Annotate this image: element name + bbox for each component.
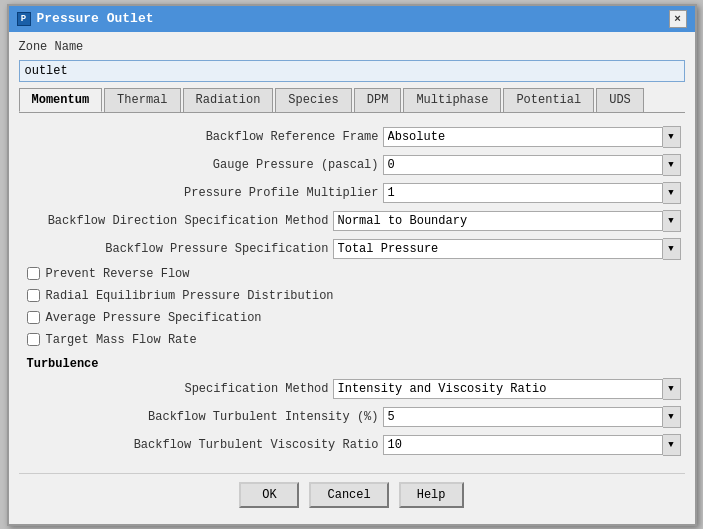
footer: OK Cancel Help [19, 473, 685, 516]
radial-equilibrium-row: Radial Equilibrium Pressure Distribution [19, 287, 685, 305]
tab-dpm[interactable]: DPM [354, 88, 402, 112]
ok-button[interactable]: OK [239, 482, 299, 508]
turbulent-intensity-label: Backflow Turbulent Intensity (%) [148, 410, 378, 424]
pressure-profile-input[interactable] [383, 183, 663, 203]
spec-method-dropdown[interactable]: ▼ [663, 378, 681, 400]
tab-species[interactable]: Species [275, 88, 351, 112]
backflow-ref-frame-input-wrap: ▼ [383, 126, 681, 148]
tab-radiation[interactable]: Radiation [183, 88, 274, 112]
backflow-pressure-dropdown[interactable]: ▼ [663, 238, 681, 260]
gauge-pressure-row: Gauge Pressure (pascal) ▼ [19, 153, 685, 177]
average-pressure-row: Average Pressure Specification [19, 309, 685, 327]
backflow-ref-frame-input[interactable] [383, 127, 663, 147]
pressure-profile-dropdown[interactable]: ▼ [663, 182, 681, 204]
turbulent-intensity-dropdown[interactable]: ▼ [663, 406, 681, 428]
backflow-dir-dropdown[interactable]: ▼ [663, 210, 681, 232]
turbulent-intensity-input-wrap: ▼ [383, 406, 681, 428]
title-bar: P Pressure Outlet × [9, 6, 695, 32]
target-mass-flow-label: Target Mass Flow Rate [46, 333, 197, 347]
prevent-reverse-flow-checkbox[interactable] [27, 267, 40, 280]
gauge-pressure-input[interactable] [383, 155, 663, 175]
prevent-reverse-flow-row: Prevent Reverse Flow [19, 265, 685, 283]
viscosity-ratio-input-wrap: ▼ [383, 434, 681, 456]
backflow-pressure-label: Backflow Pressure Specification [23, 242, 333, 256]
radial-equilibrium-label: Radial Equilibrium Pressure Distribution [46, 289, 334, 303]
tab-multiphase[interactable]: Multiphase [403, 88, 501, 112]
backflow-dir-row: Backflow Direction Specification Method … [19, 209, 685, 233]
content-area: Backflow Reference Frame ▼ Gauge Pressur… [19, 119, 685, 463]
turbulence-section-header: Turbulence [19, 353, 685, 373]
backflow-ref-frame-row: Backflow Reference Frame ▼ [19, 125, 685, 149]
backflow-pressure-input[interactable] [333, 239, 663, 259]
pressure-profile-label: Pressure Profile Multiplier [184, 186, 378, 200]
gauge-pressure-label: Gauge Pressure (pascal) [213, 158, 379, 172]
spec-method-input[interactable] [333, 379, 663, 399]
prevent-reverse-flow-label: Prevent Reverse Flow [46, 267, 190, 281]
viscosity-ratio-input[interactable] [383, 435, 663, 455]
average-pressure-checkbox[interactable] [27, 311, 40, 324]
radial-equilibrium-checkbox[interactable] [27, 289, 40, 302]
backflow-pressure-row: Backflow Pressure Specification ▼ [19, 237, 685, 261]
average-pressure-label: Average Pressure Specification [46, 311, 262, 325]
viscosity-ratio-row: Backflow Turbulent Viscosity Ratio ▼ [19, 433, 685, 457]
cancel-button[interactable]: Cancel [309, 482, 388, 508]
close-button[interactable]: × [669, 10, 687, 28]
spec-method-label: Specification Method [23, 382, 333, 396]
turbulent-intensity-input[interactable] [383, 407, 663, 427]
gauge-pressure-input-wrap: ▼ [383, 154, 681, 176]
viscosity-ratio-dropdown[interactable]: ▼ [663, 434, 681, 456]
target-mass-flow-checkbox[interactable] [27, 333, 40, 346]
target-mass-flow-row: Target Mass Flow Rate [19, 331, 685, 349]
gauge-pressure-dropdown[interactable]: ▼ [663, 154, 681, 176]
title-bar-left: P Pressure Outlet [17, 11, 154, 26]
pressure-profile-row: Pressure Profile Multiplier ▼ [19, 181, 685, 205]
backflow-dir-input[interactable] [333, 211, 663, 231]
tab-momentum[interactable]: Momentum [19, 88, 103, 112]
tab-potential[interactable]: Potential [503, 88, 594, 112]
backflow-ref-frame-dropdown[interactable]: ▼ [663, 126, 681, 148]
zone-name-input[interactable] [19, 60, 685, 82]
viscosity-ratio-label: Backflow Turbulent Viscosity Ratio [134, 438, 379, 452]
turbulent-intensity-row: Backflow Turbulent Intensity (%) ▼ [19, 405, 685, 429]
backflow-dir-label: Backflow Direction Specification Method [23, 214, 333, 228]
help-button[interactable]: Help [399, 482, 464, 508]
tab-uds[interactable]: UDS [596, 88, 644, 112]
dialog-icon: P [17, 12, 31, 26]
spec-method-row: Specification Method ▼ [19, 377, 685, 401]
pressure-profile-input-wrap: ▼ [383, 182, 681, 204]
pressure-outlet-dialog: P Pressure Outlet × Zone Name Momentum T… [7, 4, 697, 526]
dialog-title: Pressure Outlet [37, 11, 154, 26]
tab-thermal[interactable]: Thermal [104, 88, 180, 112]
dialog-body: Zone Name Momentum Thermal Radiation Spe… [9, 32, 695, 524]
tabs-row: Momentum Thermal Radiation Species DPM M… [19, 88, 685, 113]
backflow-ref-frame-label: Backflow Reference Frame [206, 130, 379, 144]
zone-name-label: Zone Name [19, 40, 685, 54]
